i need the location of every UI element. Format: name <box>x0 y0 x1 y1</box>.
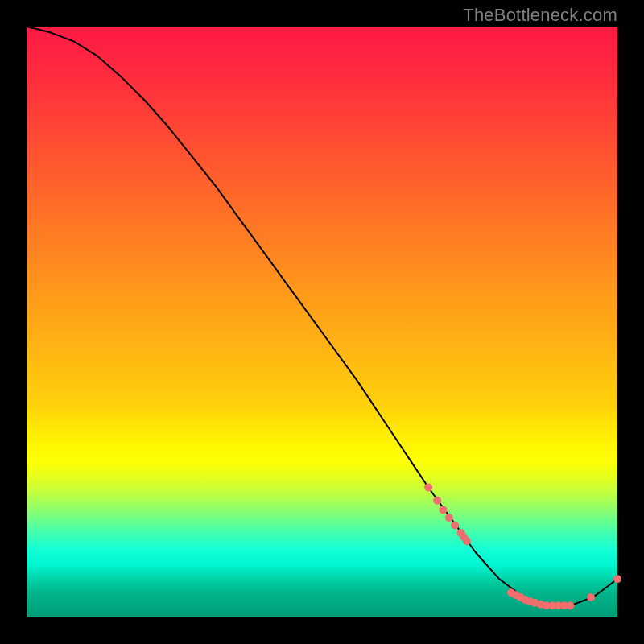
data-marker <box>613 575 621 583</box>
data-marker <box>433 497 441 505</box>
data-marker <box>463 537 471 545</box>
data-marker <box>451 522 459 530</box>
data-marker <box>424 484 432 492</box>
plot-area <box>27 27 617 617</box>
data-marker <box>439 506 447 514</box>
watermark-text: TheBottleneck.com <box>463 5 617 26</box>
data-marker <box>445 514 453 522</box>
data-markers <box>424 484 621 610</box>
chart-svg <box>27 27 617 617</box>
data-marker <box>566 601 574 609</box>
data-marker <box>587 593 595 601</box>
chart-frame: TheBottleneck.com <box>0 0 644 644</box>
bottleneck-curve <box>27 27 617 605</box>
